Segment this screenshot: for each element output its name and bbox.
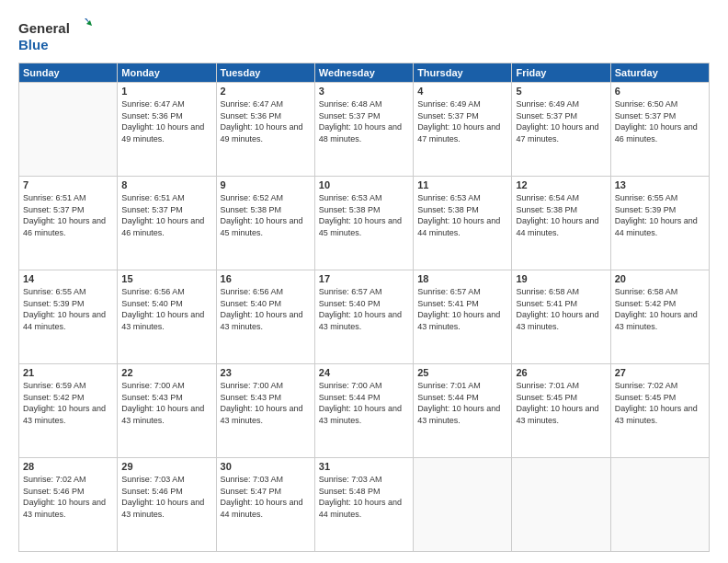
calendar-cell: 1Sunrise: 6:47 AMSunset: 5:36 PMDaylight… bbox=[118, 83, 216, 177]
day-number: 28 bbox=[23, 461, 113, 472]
cell-info: Sunrise: 6:51 AMSunset: 5:37 PMDaylight:… bbox=[23, 192, 113, 238]
calendar-cell: 9Sunrise: 6:52 AMSunset: 5:38 PMDaylight… bbox=[216, 177, 314, 270]
day-number: 8 bbox=[121, 179, 211, 190]
day-number: 21 bbox=[23, 367, 113, 378]
cell-info: Sunrise: 6:47 AMSunset: 5:36 PMDaylight:… bbox=[221, 98, 311, 144]
calendar-cell bbox=[414, 458, 512, 552]
cell-info: Sunrise: 7:03 AMSunset: 5:46 PMDaylight:… bbox=[121, 474, 211, 520]
calendar-cell: 16Sunrise: 6:56 AMSunset: 5:40 PMDayligh… bbox=[216, 270, 314, 364]
cell-info: Sunrise: 7:00 AMSunset: 5:43 PMDaylight:… bbox=[121, 380, 211, 426]
calendar-cell: 19Sunrise: 6:58 AMSunset: 5:41 PMDayligh… bbox=[512, 270, 610, 364]
cell-info: Sunrise: 7:03 AMSunset: 5:48 PMDaylight:… bbox=[319, 474, 409, 520]
calendar-cell: 28Sunrise: 7:02 AMSunset: 5:46 PMDayligh… bbox=[19, 458, 118, 552]
cell-info: Sunrise: 6:58 AMSunset: 5:42 PMDaylight:… bbox=[615, 286, 705, 332]
day-number: 11 bbox=[417, 179, 507, 190]
calendar-cell: 31Sunrise: 7:03 AMSunset: 5:48 PMDayligh… bbox=[314, 458, 413, 552]
day-number: 24 bbox=[319, 367, 409, 378]
day-number: 2 bbox=[221, 86, 311, 97]
cell-info: Sunrise: 6:57 AMSunset: 5:40 PMDaylight:… bbox=[319, 286, 409, 332]
calendar-cell: 17Sunrise: 6:57 AMSunset: 5:40 PMDayligh… bbox=[314, 270, 413, 364]
col-header-monday: Monday bbox=[118, 63, 216, 83]
calendar-cell: 5Sunrise: 6:49 AMSunset: 5:37 PMDaylight… bbox=[512, 83, 610, 177]
calendar-week-3: 14Sunrise: 6:55 AMSunset: 5:39 PMDayligh… bbox=[19, 270, 710, 364]
day-number: 12 bbox=[516, 179, 606, 190]
calendar-cell: 11Sunrise: 6:53 AMSunset: 5:38 PMDayligh… bbox=[414, 177, 512, 270]
day-number: 15 bbox=[121, 273, 211, 284]
cell-info: Sunrise: 6:53 AMSunset: 5:38 PMDaylight:… bbox=[417, 192, 507, 238]
day-number: 31 bbox=[319, 461, 409, 472]
calendar-cell: 4Sunrise: 6:49 AMSunset: 5:37 PMDaylight… bbox=[414, 83, 512, 177]
col-header-saturday: Saturday bbox=[610, 63, 709, 83]
cell-info: Sunrise: 7:01 AMSunset: 5:44 PMDaylight:… bbox=[417, 380, 507, 426]
calendar-cell: 18Sunrise: 6:57 AMSunset: 5:41 PMDayligh… bbox=[414, 270, 512, 364]
calendar-table: SundayMondayTuesdayWednesdayThursdayFrid… bbox=[18, 63, 710, 552]
calendar-cell: 27Sunrise: 7:02 AMSunset: 5:45 PMDayligh… bbox=[610, 364, 709, 458]
calendar-cell: 14Sunrise: 6:55 AMSunset: 5:39 PMDayligh… bbox=[19, 270, 118, 364]
day-number: 6 bbox=[615, 86, 705, 97]
day-number: 1 bbox=[121, 86, 211, 97]
day-number: 30 bbox=[221, 461, 311, 472]
calendar-cell: 29Sunrise: 7:03 AMSunset: 5:46 PMDayligh… bbox=[118, 458, 216, 552]
calendar-week-1: 1Sunrise: 6:47 AMSunset: 5:36 PMDaylight… bbox=[19, 83, 710, 177]
cell-info: Sunrise: 7:00 AMSunset: 5:43 PMDaylight:… bbox=[221, 380, 311, 426]
cell-info: Sunrise: 7:01 AMSunset: 5:45 PMDaylight:… bbox=[516, 380, 606, 426]
svg-text:General: General bbox=[18, 20, 70, 36]
cell-info: Sunrise: 6:55 AMSunset: 5:39 PMDaylight:… bbox=[615, 192, 705, 238]
calendar-cell: 10Sunrise: 6:53 AMSunset: 5:38 PMDayligh… bbox=[314, 177, 413, 270]
day-number: 29 bbox=[121, 461, 211, 472]
cell-info: Sunrise: 6:52 AMSunset: 5:38 PMDaylight:… bbox=[221, 192, 311, 238]
day-number: 7 bbox=[23, 179, 113, 190]
day-number: 25 bbox=[417, 367, 507, 378]
day-number: 14 bbox=[23, 273, 113, 284]
col-header-friday: Friday bbox=[512, 63, 610, 83]
cell-info: Sunrise: 7:03 AMSunset: 5:47 PMDaylight:… bbox=[221, 474, 311, 520]
cell-info: Sunrise: 6:47 AMSunset: 5:36 PMDaylight:… bbox=[121, 98, 211, 144]
cell-info: Sunrise: 7:02 AMSunset: 5:45 PMDaylight:… bbox=[615, 380, 705, 426]
calendar-week-2: 7Sunrise: 6:51 AMSunset: 5:37 PMDaylight… bbox=[19, 177, 710, 270]
cell-info: Sunrise: 6:50 AMSunset: 5:37 PMDaylight:… bbox=[615, 98, 705, 144]
logo-svg: General Blue bbox=[18, 15, 92, 55]
calendar-week-5: 28Sunrise: 7:02 AMSunset: 5:46 PMDayligh… bbox=[19, 458, 710, 552]
calendar-cell: 20Sunrise: 6:58 AMSunset: 5:42 PMDayligh… bbox=[610, 270, 709, 364]
col-header-tuesday: Tuesday bbox=[216, 63, 314, 83]
day-number: 4 bbox=[417, 86, 507, 97]
calendar-cell: 24Sunrise: 7:00 AMSunset: 5:44 PMDayligh… bbox=[314, 364, 413, 458]
day-number: 10 bbox=[319, 179, 409, 190]
day-number: 20 bbox=[615, 273, 705, 284]
calendar-cell: 21Sunrise: 6:59 AMSunset: 5:42 PMDayligh… bbox=[19, 364, 118, 458]
calendar-cell: 12Sunrise: 6:54 AMSunset: 5:38 PMDayligh… bbox=[512, 177, 610, 270]
calendar-cell: 8Sunrise: 6:51 AMSunset: 5:37 PMDaylight… bbox=[118, 177, 216, 270]
calendar-cell: 15Sunrise: 6:56 AMSunset: 5:40 PMDayligh… bbox=[118, 270, 216, 364]
calendar-cell bbox=[610, 458, 709, 552]
cell-info: Sunrise: 6:49 AMSunset: 5:37 PMDaylight:… bbox=[516, 98, 606, 144]
cell-info: Sunrise: 6:54 AMSunset: 5:38 PMDaylight:… bbox=[516, 192, 606, 238]
day-number: 27 bbox=[615, 367, 705, 378]
calendar-cell: 26Sunrise: 7:01 AMSunset: 5:45 PMDayligh… bbox=[512, 364, 610, 458]
calendar-cell: 23Sunrise: 7:00 AMSunset: 5:43 PMDayligh… bbox=[216, 364, 314, 458]
day-number: 13 bbox=[615, 179, 705, 190]
calendar-cell: 2Sunrise: 6:47 AMSunset: 5:36 PMDaylight… bbox=[216, 83, 314, 177]
cell-info: Sunrise: 6:53 AMSunset: 5:38 PMDaylight:… bbox=[319, 192, 409, 238]
svg-text:Blue: Blue bbox=[18, 37, 49, 52]
cell-info: Sunrise: 6:55 AMSunset: 5:39 PMDaylight:… bbox=[23, 286, 113, 332]
day-number: 26 bbox=[516, 367, 606, 378]
calendar-cell bbox=[512, 458, 610, 552]
day-number: 17 bbox=[319, 273, 409, 284]
day-number: 22 bbox=[121, 367, 211, 378]
calendar-cell: 7Sunrise: 6:51 AMSunset: 5:37 PMDaylight… bbox=[19, 177, 118, 270]
cell-info: Sunrise: 6:48 AMSunset: 5:37 PMDaylight:… bbox=[319, 98, 409, 144]
cell-info: Sunrise: 6:51 AMSunset: 5:37 PMDaylight:… bbox=[121, 192, 211, 238]
calendar-cell: 25Sunrise: 7:01 AMSunset: 5:44 PMDayligh… bbox=[414, 364, 512, 458]
col-header-sunday: Sunday bbox=[19, 63, 118, 83]
cell-info: Sunrise: 6:49 AMSunset: 5:37 PMDaylight:… bbox=[417, 98, 507, 144]
logo: General Blue bbox=[18, 15, 92, 55]
header: General Blue bbox=[18, 15, 710, 55]
day-number: 5 bbox=[516, 86, 606, 97]
day-number: 3 bbox=[319, 86, 409, 97]
calendar-cell: 3Sunrise: 6:48 AMSunset: 5:37 PMDaylight… bbox=[314, 83, 413, 177]
calendar-cell: 13Sunrise: 6:55 AMSunset: 5:39 PMDayligh… bbox=[610, 177, 709, 270]
cell-info: Sunrise: 6:57 AMSunset: 5:41 PMDaylight:… bbox=[417, 286, 507, 332]
calendar-week-4: 21Sunrise: 6:59 AMSunset: 5:42 PMDayligh… bbox=[19, 364, 710, 458]
calendar-cell: 6Sunrise: 6:50 AMSunset: 5:37 PMDaylight… bbox=[610, 83, 709, 177]
day-number: 16 bbox=[221, 273, 311, 284]
